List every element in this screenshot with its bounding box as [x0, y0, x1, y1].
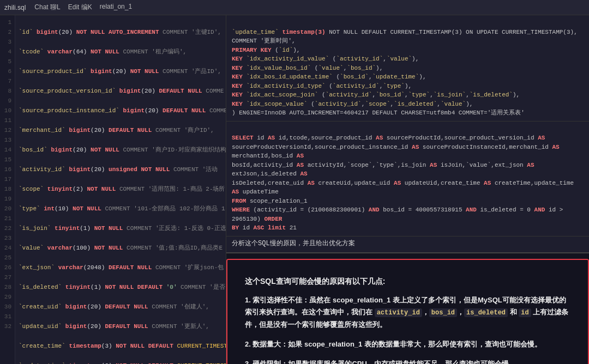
reason-3-title: 3. 硬件限制：如果数据库服务器的CPU、内存或磁盘性能不足，那么查询也可能会慢… [245, 358, 570, 364]
analyze-prompt: 分析这个SQL慢的原因，并且给出优化方案 [226, 236, 589, 253]
ai-response-content: 这个SQL查询可能会慢的原因有以下几点: 1. 索引选择性不佳：虽然在 scop… [236, 268, 579, 365]
code-content: `id` bigint(20) NOT NULL AUTO_INCREMENT … [15, 15, 226, 364]
select-query-block: SELECT id AS id,tcode,source_product_id … [226, 122, 589, 236]
menu-bar: Chat 聊L Edit 编K relati_on_1 [34, 3, 132, 12]
reason-2: 2. 数据量大：如果 scope_relation_1 表的数据量非常大，那么即… [245, 338, 570, 350]
reason-1-title: 1. 索引选择性不佳：虽然在 scope_relation_1 表上定义了多个索… [245, 294, 570, 331]
app-title: zhili.sql [4, 4, 26, 11]
top-bar: zhili.sql Chat 聊L Edit 编K relati_on_1 [0, 0, 589, 15]
ai-response-title: 这个SQL查询可能会慢的原因有以下几点: [245, 275, 570, 288]
left-panel: 12345 678910 1112131415 1617181920 21222… [0, 15, 226, 364]
menu-relation[interactable]: relati_on_1 [100, 3, 132, 12]
reason-1: 1. 索引选择性不佳：虽然在 scope_relation_1 表上定义了多个索… [245, 294, 570, 331]
main-area: 12345 678910 1112131415 1617181920 21222… [0, 15, 589, 364]
reason-2-title: 2. 数据量大：如果 scope_relation_1 表的数据量非常大，那么即… [245, 338, 570, 350]
menu-edit[interactable]: Edit 编K [68, 3, 92, 12]
ai-response-box: 这个SQL查询可能会慢的原因有以下几点: 1. 索引选择性不佳：虽然在 scop… [226, 259, 589, 365]
analyze-prompt-text: 分析这个SQL慢的原因，并且给出优化方案 [232, 240, 355, 247]
code-editor[interactable]: 12345 678910 1112131415 1617181920 21222… [0, 15, 226, 364]
ai-response-inner: 这个SQL查询可能会慢的原因有以下几点: 1. 索引选择性不佳：虽然在 scop… [227, 260, 588, 365]
right-panel[interactable]: `update_time` timestamp(3) NOT NULL DEFA… [226, 15, 589, 364]
menu-chat[interactable]: Chat 聊L [34, 3, 60, 12]
line-numbers: 12345 678910 1112131415 1617181920 21222… [0, 15, 15, 364]
reason-3: 3. 硬件限制：如果数据库服务器的CPU、内存或磁盘性能不足，那么查询也可能会慢… [245, 358, 570, 364]
code-area: 12345 678910 1112131415 1617181920 21222… [0, 15, 226, 364]
sql-definition-block: `update_time` timestamp(3) NOT NULL DEFA… [226, 15, 589, 122]
